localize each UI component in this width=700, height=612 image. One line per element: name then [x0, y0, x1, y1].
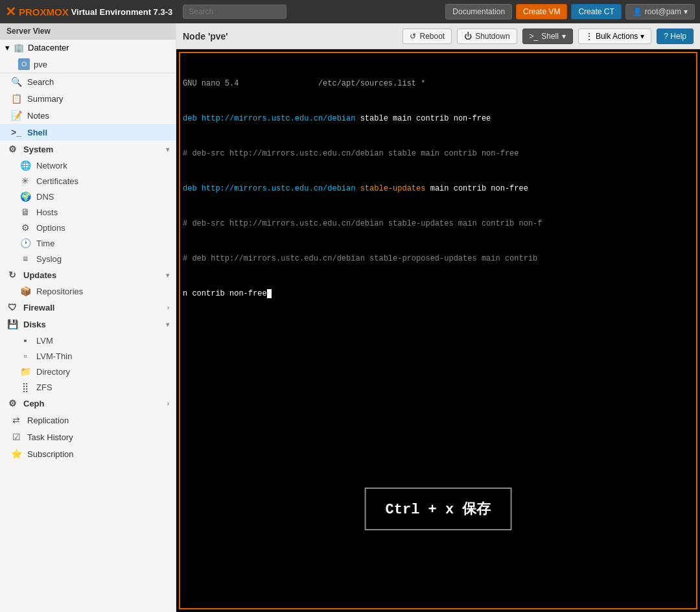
nav-options[interactable]: ⚙ Options: [0, 220, 176, 235]
pve-icon: ⬡: [18, 58, 30, 70]
notes-icon: 📝: [10, 110, 22, 121]
overlay-hint: Ctrl + x 保存: [365, 488, 512, 530]
nav-time[interactable]: 🕐 Time: [0, 235, 176, 251]
firewall-arrow-icon: ›: [167, 304, 169, 311]
nav-notes[interactable]: 📝 Notes: [0, 107, 176, 124]
nav-zfs-label: ZFS: [36, 383, 52, 392]
system-arrow-icon: ▾: [166, 146, 169, 153]
nav-shell[interactable]: >_ Shell: [0, 124, 176, 141]
ve-label: Virtual Environment 7.3-3: [71, 7, 173, 17]
nav-ceph-group[interactable]: ⚙ Ceph ›: [0, 395, 176, 412]
nav-dns[interactable]: 🌍 DNS: [0, 189, 176, 204]
create-vm-button[interactable]: Create VM: [516, 4, 567, 19]
nav-syslog[interactable]: ≡ Syslog: [0, 251, 176, 266]
user-icon: 👤: [633, 7, 642, 16]
nav-search-label: Search: [27, 77, 54, 87]
nav-system-group[interactable]: ⚙ System ▾: [0, 141, 176, 158]
lvm-icon: ▪: [19, 335, 31, 346]
topbar: ✕ PROXMOX Virtual Environment 7.3-3 Docu…: [0, 0, 700, 23]
search-box[interactable]: [183, 5, 286, 19]
nav-directory-label: Directory: [36, 367, 70, 377]
nav-summary[interactable]: 📋 Summary: [0, 90, 176, 107]
terminal-line-4: # deb-src http://mirrors.ustc.edu.cn/deb…: [183, 218, 694, 230]
terminal-line-6: n contrib non-free: [183, 288, 694, 300]
nav-system-label: System: [23, 145, 53, 154]
shell-chevron-icon: ▾: [562, 32, 566, 41]
nav-disks-group[interactable]: 💾 Disks ▾: [0, 316, 176, 333]
disks-arrow-icon: ▾: [166, 321, 169, 328]
nav-lvm-thin[interactable]: ▫ LVM-Thin: [0, 348, 176, 364]
proxmox-label: PROXMOX: [19, 6, 69, 18]
lvm-thin-icon: ▫: [19, 351, 31, 361]
terminal-container[interactable]: GNU nano 5.4 /etc/apt/sources.list * deb…: [176, 49, 700, 612]
system-icon: ⚙: [6, 144, 18, 154]
bulk-chevron-icon: ▾: [640, 32, 644, 41]
shell-header-button[interactable]: >_ Shell ▾: [522, 29, 573, 44]
nav-updates-label: Updates: [23, 270, 56, 280]
node-navigation: 🔍 Search 📋 Summary 📝 Notes >_ Shell ⚙ Sy…: [0, 73, 176, 612]
terminal-cursor: [267, 289, 272, 298]
terminal-line-5: # deb http://mirrors.ustc.edu.cn/debian …: [183, 253, 694, 265]
shell-header-icon: >_: [530, 32, 539, 41]
nav-directory[interactable]: 📁 Directory: [0, 364, 176, 379]
content-header: Node 'pve' ↺ Reboot ⏻ Shutdown >_ Shell …: [176, 23, 700, 49]
user-menu[interactable]: 👤 root@pam ▾: [625, 4, 695, 19]
nav-subscription[interactable]: ⭐ Subscription: [0, 445, 176, 462]
nav-lvm-label: LVM: [36, 336, 53, 346]
shutdown-icon: ⏻: [464, 32, 472, 41]
help-button[interactable]: ? Help: [657, 29, 694, 44]
nav-replication-label: Replication: [27, 416, 69, 425]
dns-icon: 🌍: [19, 191, 31, 202]
bulk-actions-button[interactable]: ⋮ Bulk Actions ▾: [578, 29, 651, 44]
nav-subscription-label: Subscription: [27, 449, 74, 459]
terminal-line-1: deb http://mirrors.ustc.edu.cn/debian st…: [183, 113, 694, 124]
search-input[interactable]: [183, 5, 286, 19]
tree-datacenter[interactable]: ▾ 🏢 Datacenter: [0, 40, 176, 56]
search-nav-icon: 🔍: [10, 76, 22, 87]
left-sidebar: Server View ▾ 🏢 Datacenter ⬡ pve 🔍 Searc…: [0, 23, 176, 612]
user-label: root@pam: [645, 7, 681, 16]
terminal-border: GNU nano 5.4 /etc/apt/sources.list * deb…: [179, 52, 697, 609]
main-layout: Server View ▾ 🏢 Datacenter ⬡ pve 🔍 Searc…: [0, 23, 700, 612]
reboot-button[interactable]: ↺ Reboot: [402, 29, 452, 44]
shutdown-button[interactable]: ⏻ Shutdown: [457, 29, 517, 44]
nav-firewall-group[interactable]: 🛡 Firewall ›: [0, 299, 176, 316]
datacenter-icon: 🏢: [14, 43, 24, 53]
summary-icon: 📋: [10, 93, 22, 104]
tree-pve[interactable]: ⬡ pve: [0, 56, 176, 73]
user-chevron-icon: ▾: [684, 7, 688, 16]
nav-task-history[interactable]: ☑ Task History: [0, 429, 176, 445]
directory-icon: 📁: [19, 366, 31, 377]
nav-summary-label: Summary: [27, 94, 64, 104]
nav-task-history-label: Task History: [27, 432, 73, 442]
nav-updates-group[interactable]: ↻ Updates ▾: [0, 266, 176, 283]
documentation-button[interactable]: Documentation: [445, 4, 512, 19]
create-ct-button[interactable]: Create CT: [571, 4, 621, 19]
nav-lvm[interactable]: ▪ LVM: [0, 333, 176, 348]
repo-icon: 📦: [19, 286, 31, 296]
server-view-header: Server View: [0, 23, 176, 40]
logo: ✕ PROXMOX Virtual Environment 7.3-3: [5, 4, 172, 19]
server-view-title: Server View: [6, 27, 51, 36]
nav-firewall-label: Firewall: [23, 303, 54, 312]
nav-zfs[interactable]: ⣿ ZFS: [0, 379, 176, 395]
nav-repositories[interactable]: 📦 Repositories: [0, 283, 176, 299]
nav-search[interactable]: 🔍 Search: [0, 73, 176, 90]
terminal-content: GNU nano 5.4 /etc/apt/sources.list * deb…: [180, 53, 696, 324]
datacenter-label: Datacenter: [28, 43, 69, 53]
nav-repositories-label: Repositories: [36, 287, 83, 296]
nav-certificates[interactable]: ✳ Certificates: [0, 173, 176, 189]
nav-replication[interactable]: ⇄ Replication: [0, 412, 176, 429]
bulk-icon: ⋮: [585, 32, 593, 41]
nav-time-label: Time: [36, 239, 54, 248]
time-icon: 🕐: [19, 238, 31, 248]
shell-icon: >_: [10, 127, 22, 137]
cert-icon: ✳: [19, 176, 31, 186]
task-icon: ☑: [10, 432, 22, 442]
terminal-line-3: deb http://mirrors.ustc.edu.cn/debian st…: [183, 183, 694, 194]
options-icon: ⚙: [19, 222, 31, 233]
network-icon: 🌐: [19, 160, 31, 171]
nav-network[interactable]: 🌐 Network: [0, 158, 176, 173]
nav-hosts[interactable]: 🖥 Hosts: [0, 204, 176, 220]
subscription-icon: ⭐: [10, 449, 22, 459]
